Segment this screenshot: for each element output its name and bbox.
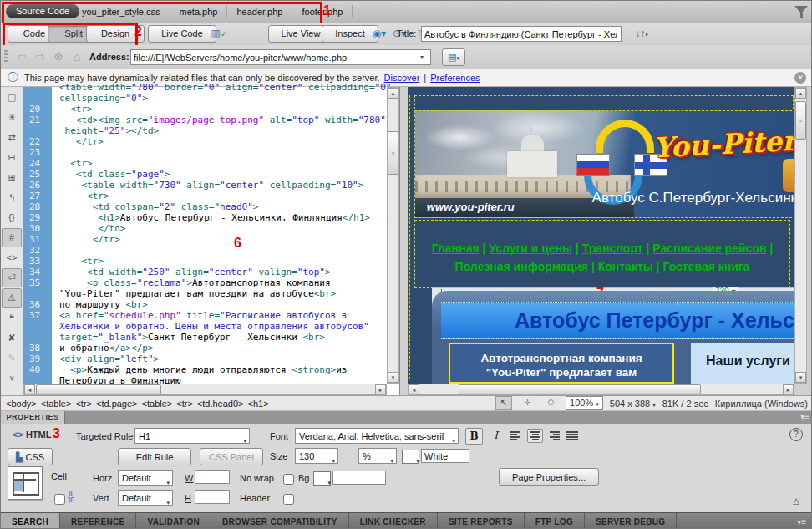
html-mode-button[interactable]: <> HTML: [13, 430, 51, 440]
collapse-selection-icon[interactable]: ⊟: [2, 148, 22, 167]
results-tab-reference[interactable]: REFERENCE: [60, 513, 136, 529]
css-mode-button[interactable]: ▙ CSS: [8, 448, 53, 465]
address-input[interactable]: [130, 49, 431, 65]
word-wrap-icon[interactable]: ⏎: [2, 268, 22, 287]
services-cell[interactable]: Наши услуги: [691, 343, 794, 384]
code-navigator-icon[interactable]: ✳: [2, 108, 22, 127]
home-icon[interactable]: ⌂: [69, 49, 84, 64]
view-options-icon[interactable]: ▤▾: [442, 48, 465, 66]
stop-icon[interactable]: ⊗: [51, 49, 66, 64]
help-icon[interactable]: ?: [789, 428, 803, 441]
code-horizontal-scrollbar[interactable]: ◂ ▸: [23, 384, 387, 395]
results-tab-ftp-log[interactable]: FTP LOG: [525, 513, 585, 529]
align-center-icon[interactable]: [527, 429, 543, 443]
remove-comment-icon[interactable]: ✘: [2, 328, 22, 348]
design-hscroll-thumb[interactable]: [459, 384, 701, 394]
nav-link[interactable]: Расписание рейсов: [652, 242, 766, 255]
balance-braces-icon[interactable]: {}: [2, 208, 22, 227]
results-tab-server-debug[interactable]: SERVER DEBUG: [585, 513, 677, 529]
window-size-select[interactable]: 504 x 388 ▾: [610, 399, 656, 409]
nav-link[interactable]: Полезная информация: [455, 260, 588, 273]
code-vertical-scrollbar[interactable]: ▴ ≡ ▾: [387, 87, 399, 384]
properties-tab[interactable]: PROPERTIES: [1, 411, 65, 424]
design-vertical-scrollbar[interactable]: ▴ ≡ ▾: [794, 87, 807, 384]
no-wrap-checkbox[interactable]: [283, 474, 294, 485]
results-tab-validation[interactable]: VALIDATION: [136, 513, 211, 529]
toolbar-grip[interactable]: [4, 50, 8, 64]
font-select[interactable]: Verdana, Arial, Helvetica, sans-serif▾: [295, 428, 459, 444]
text-color-swatch[interactable]: ▾: [402, 450, 419, 464]
format-source-code-icon[interactable]: ✎: [2, 348, 22, 368]
results-panel-menu-icon[interactable]: ▾≡: [797, 513, 812, 529]
results-tab-site-reports[interactable]: SITE REPORTS: [438, 513, 525, 529]
tag-selector-item[interactable]: <td.page>: [96, 399, 138, 409]
collapse-full-tag-icon[interactable]: ⇄: [2, 128, 22, 147]
back-icon[interactable]: ⇦: [14, 49, 29, 64]
css-panel-button[interactable]: CSS Panel: [200, 448, 263, 465]
text-color-input[interactable]: [421, 449, 469, 463]
cell-width-input[interactable]: [195, 470, 230, 484]
design-scroll-left-icon[interactable]: ◂: [409, 384, 419, 394]
preview-in-browser-icon[interactable]: ◉▾: [368, 25, 390, 43]
title-input[interactable]: [421, 26, 622, 42]
split-cell-icon[interactable]: ╬: [68, 491, 74, 501]
nav-link[interactable]: Гостевая книга: [662, 260, 749, 273]
tag-selector-item[interactable]: <td.head0>: [197, 399, 244, 409]
tag-selector-item[interactable]: <table>: [142, 399, 173, 409]
syntax-error-alerts-icon[interactable]: ⚠: [2, 288, 22, 308]
tag-selector-item[interactable]: <h1>: [248, 399, 269, 409]
hand-tool-icon[interactable]: ✛: [519, 396, 535, 410]
promo-cell[interactable]: Автотранспортная компания "You-Piter" пр…: [449, 343, 674, 384]
more-icon[interactable]: »: [3, 369, 22, 389]
bg-color-swatch[interactable]: ▾: [313, 471, 331, 486]
scroll-up-icon[interactable]: ▴: [388, 88, 398, 99]
zoom-tool-icon[interactable]: ⊙: [542, 396, 559, 410]
nav-link[interactable]: Услуги и цены: [489, 242, 572, 255]
targeted-rule-select[interactable]: H1▾: [134, 428, 250, 444]
results-tab-browser-compatibility[interactable]: BROWSER COMPATIBILITY: [211, 513, 349, 529]
align-right-icon[interactable]: [546, 429, 561, 443]
design-canvas[interactable]: You-Piter Автобус С.Петербург-Хельсинки …: [408, 87, 794, 384]
merge-cells-checkbox[interactable]: [54, 494, 65, 505]
forward-icon[interactable]: ⇨: [33, 49, 48, 64]
justify-icon[interactable]: [564, 429, 580, 443]
nav-link[interactable]: Контакты: [598, 260, 653, 273]
italic-button[interactable]: I: [487, 428, 505, 445]
file-get-put-icon[interactable]: ↓↑▾: [626, 25, 657, 43]
design-scroll-thumb[interactable]: ≡: [795, 101, 806, 140]
zoom-level-select[interactable]: 100% ▾: [566, 396, 603, 410]
discover-link[interactable]: Discover: [384, 73, 420, 83]
panel-menu-icon[interactable]: ▾≡: [800, 412, 809, 421]
tag-selector-item[interactable]: <tr>: [176, 399, 193, 409]
code-scroll-thumb[interactable]: ≡: [388, 131, 398, 175]
vert-align-select[interactable]: Default▾: [118, 490, 173, 506]
close-info-bar-icon[interactable]: ✕: [794, 72, 806, 84]
tag-selector-item[interactable]: <table>: [41, 399, 72, 409]
address-dropdown-icon[interactable]: ▾: [420, 53, 424, 61]
align-left-icon[interactable]: [509, 429, 525, 443]
preferences-link[interactable]: Preferences: [430, 73, 480, 83]
collapse-panel-icon[interactable]: △: [793, 496, 799, 506]
results-tab-search[interactable]: SEARCH: [1, 513, 60, 529]
scroll-left-icon[interactable]: ◂: [24, 384, 35, 394]
bg-color-input[interactable]: [332, 471, 386, 485]
scroll-right-icon[interactable]: ▸: [375, 384, 386, 394]
header-checkbox[interactable]: [283, 494, 294, 505]
results-tab-link-checker[interactable]: LINK CHECKER: [349, 513, 438, 529]
size-unit-select[interactable]: %▾: [358, 448, 397, 464]
check-browser-compatibility-icon[interactable]: ▥✓: [208, 25, 230, 43]
expand-all-icon[interactable]: ⊞: [2, 168, 22, 187]
page-properties-button[interactable]: Page Properties...: [499, 468, 599, 486]
highlight-invalid-code-icon[interactable]: <>: [2, 248, 22, 267]
design-scroll-down-icon[interactable]: ▾: [795, 372, 806, 383]
live-code-button[interactable]: Live Code: [148, 25, 216, 43]
select-tool-icon[interactable]: ↖: [495, 396, 512, 410]
open-documents-icon[interactable]: ▢: [2, 88, 22, 107]
edit-rule-button[interactable]: Edit Rule: [118, 448, 191, 465]
line-numbers-icon[interactable]: #: [2, 228, 22, 247]
horz-align-select[interactable]: Default▾: [118, 470, 173, 486]
nav-link[interactable]: Главная: [432, 242, 480, 255]
design-horizontal-scrollbar[interactable]: ◂ ▸: [408, 384, 794, 395]
bold-button[interactable]: B: [465, 428, 483, 445]
scroll-down-icon[interactable]: ▾: [388, 372, 398, 383]
